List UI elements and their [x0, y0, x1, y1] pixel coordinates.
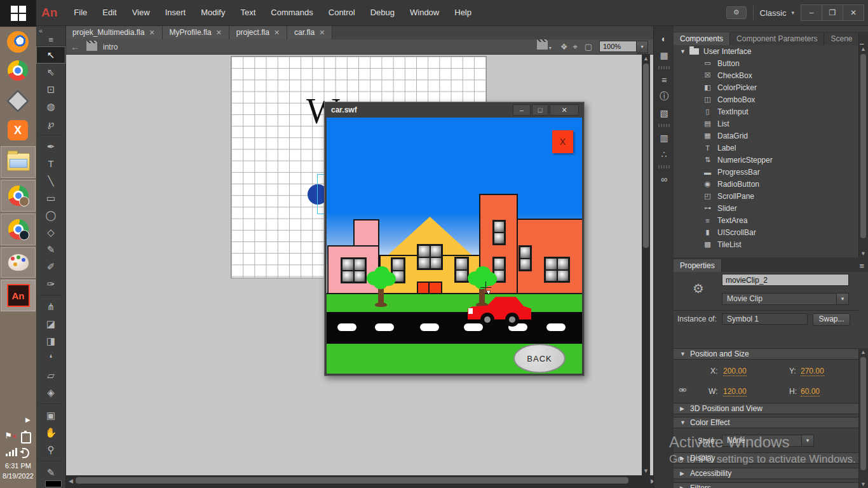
component-colorpicker[interactable]: ◧ ColorPicker [674, 81, 859, 93]
dock-gripper[interactable] [658, 124, 670, 127]
tray-flag-icon[interactable]: ⚑✕ [4, 431, 17, 440]
document-tab[interactable]: projek_Multimedia.fla ✕ [65, 25, 163, 39]
window-minimize-button[interactable]: – [801, 4, 822, 21]
align-panel-icon[interactable]: ≡ [654, 72, 674, 88]
menu-help[interactable]: Help [447, 0, 479, 25]
taskbar-item-unity[interactable] [7, 90, 29, 112]
tray-battery-icon[interactable] [21, 432, 31, 444]
component-checkbox[interactable]: ☒ CheckBox [674, 69, 859, 81]
menu-insert[interactable]: Insert [158, 0, 194, 25]
dock-gripper[interactable] [658, 66, 670, 69]
vertical-scrollbar[interactable]: ▲ ▼ [642, 54, 650, 475]
panel-menu-icon[interactable]: ≡ [859, 261, 864, 271]
component-numericstepper[interactable]: ⇅ NumericStepper [674, 154, 859, 166]
component-textarea[interactable]: ≡ TextArea [674, 214, 859, 226]
brush-library-panel-icon[interactable]: ∴ [654, 146, 674, 163]
component-radiobutton[interactable]: ◉ RadioButton [674, 178, 859, 190]
creative-cloud-icon[interactable]: ∞ [654, 171, 674, 187]
width-tool[interactable]: ◈ [36, 384, 65, 401]
taskbar-item-chrome[interactable] [7, 60, 29, 81]
menu-control[interactable]: Control [321, 0, 363, 25]
instance-of-value[interactable]: Symbol 1 [722, 313, 808, 325]
bone-tool[interactable]: ⋔ [36, 298, 65, 315]
edit-symbols-icon[interactable]: ❖▾ [560, 42, 566, 51]
tray-chevron-icon[interactable]: ▶ [25, 416, 31, 423]
taskbar-item-chrome-profile-2[interactable] [1, 214, 36, 245]
swf-maximize-button[interactable]: □ [532, 104, 548, 116]
component-slider[interactable]: ⊶ Slider [674, 202, 859, 214]
menu-file[interactable]: File [66, 0, 95, 25]
edit-scene-icon[interactable]: ▾ [537, 42, 553, 51]
workspace-switcher[interactable]: Classic ▾ [760, 8, 794, 18]
zoom-tool[interactable]: ⚲ [36, 441, 65, 458]
instance-name-input[interactable] [722, 274, 849, 286]
back-button[interactable]: BACK [513, 344, 566, 373]
tray-network-icon[interactable] [6, 448, 17, 456]
menu-text[interactable]: Text [233, 0, 263, 25]
swf-minimize-button[interactable]: – [513, 104, 531, 116]
component-textinput[interactable]: ▯ TextInput [674, 105, 859, 118]
section-display[interactable]: ▶ Display [674, 452, 859, 464]
oval-tool[interactable]: ◯ [36, 207, 65, 224]
section-filters[interactable]: ▶ Filters [674, 482, 859, 488]
component-combobox[interactable]: ◫ ComboBox [674, 93, 859, 105]
section-position-and-size[interactable]: ▼ Position and Size [674, 348, 859, 360]
swf-player-window[interactable]: car.swf – □ ✕ [324, 102, 585, 376]
free-transform-tool[interactable]: ⊡ [36, 81, 65, 98]
zoom-dropdown-icon[interactable]: ▾ [637, 41, 648, 53]
tab-component-parameters[interactable]: Component Parameters [730, 32, 824, 45]
tab-scene[interactable]: Scene [824, 32, 859, 45]
section-accessibility[interactable]: ▶ Accessibility [674, 468, 859, 479]
polystar-tool[interactable]: ◇ [36, 224, 65, 241]
ink-bottle-tool[interactable]: ◨ [36, 332, 65, 349]
color-swatch[interactable] [45, 480, 62, 487]
swf-exit-button[interactable]: X [552, 130, 573, 153]
text-tool[interactable]: T [36, 155, 65, 172]
section-3d-position-and-view[interactable]: ▶ 3D Position and View [674, 403, 859, 414]
line-tool[interactable]: ╲ [36, 172, 65, 189]
symbol-type-dropdown[interactable]: Movie Clip ▼ [722, 293, 849, 305]
section-color-effect[interactable]: ▼ Color Effect [674, 417, 859, 428]
component-tilelist[interactable]: ▩ TileList [674, 238, 859, 250]
taskbar-item-blender[interactable] [6, 30, 29, 53]
paint-brush-tool[interactable]: ✑ [36, 275, 65, 292]
selection-tool[interactable]: ↖ [36, 46, 65, 64]
menu-edit[interactable]: Edit [95, 0, 124, 25]
close-tab-icon[interactable]: ✕ [274, 29, 280, 37]
taskbar-item-file-explorer[interactable] [1, 146, 36, 178]
close-tab-icon[interactable]: ✕ [216, 29, 222, 37]
menu-modify[interactable]: Modify [193, 0, 233, 25]
stroke-color-tool[interactable]: ✎ [36, 464, 65, 481]
3d-rotation-tool[interactable]: ◍ [36, 98, 65, 115]
document-tab[interactable]: MyProfile.fla ✕ [163, 25, 229, 39]
swf-close-button[interactable]: ✕ [550, 104, 579, 116]
back-arrow-icon[interactable]: ← [71, 41, 80, 52]
canvas-pasteboard[interactable]: W ▲ ▼ ◀ ▶ car.swf – □ ✕ [65, 54, 653, 488]
menu-window[interactable]: Window [402, 0, 447, 25]
pencil-tool[interactable]: ✎ [36, 241, 65, 258]
dock-gripper[interactable] [658, 165, 670, 168]
component-button[interactable]: ▭ Button [674, 57, 859, 69]
tab-properties[interactable]: Properties [674, 259, 722, 272]
component-uiscrollbar[interactable]: ▮ UIScrollBar [674, 226, 859, 238]
component-progressbar[interactable]: ▬ ProgressBar [674, 166, 859, 178]
rectangle-tool[interactable]: ▭ [36, 189, 65, 207]
paint-bucket-tool[interactable]: ◪ [36, 315, 65, 332]
hand-tool[interactable]: ✋ [36, 424, 65, 441]
tree-expand-icon[interactable]: ▼ [680, 48, 685, 55]
tab-components[interactable]: Components [674, 32, 730, 45]
document-tab[interactable]: car.fla ✕ [287, 25, 332, 39]
center-frame-icon[interactable]: ⌖ [573, 42, 577, 52]
properties-scrollbar[interactable]: ▲ ▼ [858, 348, 868, 488]
close-tab-icon[interactable]: ✕ [149, 29, 154, 37]
menu-commands[interactable]: Commands [263, 0, 320, 25]
taskbar-item-paint[interactable] [1, 247, 36, 278]
subselection-tool[interactable]: ⇖ [36, 64, 65, 81]
camera-tool[interactable]: ▣ [36, 407, 65, 424]
car[interactable] [468, 295, 531, 328]
info-panel-icon[interactable]: ⓘ [654, 88, 674, 105]
taskbar-item-animate[interactable]: An [1, 280, 36, 311]
component-datagrid[interactable]: ▦ DataGrid [674, 130, 859, 142]
taskbar-item-xampp[interactable]: X [7, 119, 29, 141]
x-value[interactable]: 200.00 [723, 367, 747, 376]
